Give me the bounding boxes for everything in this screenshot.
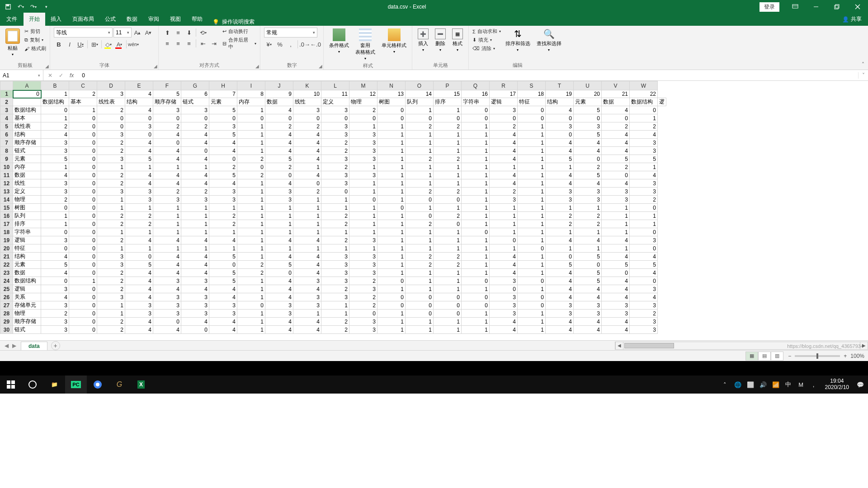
cell[interactable]: 4 [153, 131, 181, 139]
align-center-icon[interactable]: ≡ [173, 38, 183, 48]
cell[interactable]: 4 [41, 269, 69, 277]
borders-button[interactable]: ⊞▾ [90, 39, 99, 49]
tab-next-icon[interactable]: ▶ [12, 343, 16, 349]
cell[interactable]: 1 [237, 188, 265, 196]
cell[interactable]: 1 [97, 244, 125, 253]
cell[interactable]: 3 [321, 171, 349, 179]
cell[interactable]: 1 [237, 244, 265, 253]
cell[interactable]: 17 [490, 90, 518, 98]
cell[interactable]: 内存 [237, 98, 265, 106]
cell[interactable] [13, 98, 41, 106]
row-header[interactable]: 28 [0, 310, 13, 318]
cell[interactable]: 4 [265, 277, 293, 285]
cell[interactable]: 0 [630, 106, 658, 114]
cell[interactable]: 4 [602, 106, 630, 114]
cell[interactable]: 0 [265, 269, 293, 277]
tray-network-icon[interactable]: 📶 [772, 380, 780, 389]
cell[interactable]: 4 [125, 139, 153, 147]
cell[interactable]: 1 [377, 212, 406, 220]
normal-view-icon[interactable]: ▦ [745, 352, 758, 361]
cell[interactable]: 数据 [13, 269, 41, 277]
cell[interactable]: 2 [490, 122, 518, 131]
cell[interactable]: 2 [97, 326, 125, 334]
cell[interactable]: 0 [293, 179, 321, 188]
horizontal-scrollbar[interactable]: ◀ ▶ [615, 342, 868, 350]
cell[interactable]: 1 [69, 106, 97, 114]
cell[interactable]: 4 [153, 171, 181, 179]
cell[interactable]: 1 [265, 212, 293, 220]
cell[interactable]: 2 [69, 90, 97, 98]
cell[interactable]: 2 [237, 261, 265, 269]
cell[interactable]: 3 [546, 122, 574, 131]
wrap-text-button[interactable]: ↩自动换行 [222, 28, 256, 35]
cell[interactable]: 0 [518, 277, 546, 285]
cell[interactable]: 9 [265, 90, 293, 98]
cell[interactable]: 1 [490, 244, 518, 253]
cell[interactable]: 2 [490, 188, 518, 196]
select-all-corner[interactable] [0, 81, 13, 90]
ime-icon[interactable]: M [797, 380, 805, 389]
cell[interactable]: 1 [125, 204, 153, 212]
cancel-formula-icon[interactable]: ✕ [48, 72, 52, 79]
cell[interactable]: 结构 [546, 98, 574, 106]
cell[interactable]: 4 [293, 261, 321, 269]
cell[interactable]: 1 [153, 228, 181, 236]
cell[interactable]: 1 [237, 106, 265, 114]
row-header[interactable]: 30 [0, 326, 13, 334]
cell[interactable]: 2 [181, 122, 209, 131]
cell[interactable]: 1 [490, 220, 518, 228]
cell[interactable]: 0 [13, 90, 41, 98]
cell[interactable]: 物理 [13, 196, 41, 204]
cell[interactable]: 3 [153, 277, 181, 285]
cell[interactable]: 3 [41, 236, 69, 244]
cell[interactable]: 0 [237, 163, 265, 171]
cell[interactable]: 2 [574, 212, 602, 220]
cell[interactable]: 2 [321, 212, 349, 220]
cell[interactable]: 1 [434, 204, 462, 212]
col-header[interactable]: A [13, 81, 41, 90]
cell[interactable]: 关系 [13, 293, 41, 301]
cell[interactable]: 1 [518, 220, 546, 228]
cell[interactable]: 线性 [293, 98, 321, 106]
tab-layout[interactable]: 页面布局 [67, 13, 99, 26]
cell[interactable]: 4 [125, 106, 153, 114]
cell[interactable]: 3 [546, 301, 574, 310]
cell[interactable]: 3 [349, 139, 377, 147]
row-header[interactable]: 19 [0, 236, 13, 244]
cell[interactable]: 2 [349, 106, 377, 114]
cell[interactable]: 4 [181, 318, 209, 326]
cell[interactable]: 4 [153, 155, 181, 163]
cell[interactable]: 1 [237, 139, 265, 147]
cell[interactable]: 0 [69, 139, 97, 147]
delete-cells-button[interactable]: ➖删除▾ [433, 28, 448, 53]
cell[interactable]: 物理 [13, 310, 41, 318]
login-button[interactable]: 登录 [760, 2, 779, 12]
cell[interactable]: 1 [462, 253, 490, 261]
cell[interactable]: 1 [462, 155, 490, 163]
cell[interactable]: 4 [209, 285, 237, 293]
cell[interactable]: 1 [377, 179, 406, 188]
launcher-icon[interactable]: ◢ [45, 64, 49, 69]
cell[interactable]: 5 [546, 261, 574, 269]
cell[interactable]: 0 [377, 277, 406, 285]
cell[interactable]: 3 [321, 261, 349, 269]
cell[interactable]: 4 [490, 179, 518, 188]
cell[interactable]: 1 [237, 285, 265, 293]
cell[interactable]: 3 [602, 310, 630, 318]
cell[interactable]: 1 [377, 261, 406, 269]
insert-cells-button[interactable]: ➕插入▾ [416, 28, 430, 53]
col-header[interactable]: H [209, 81, 237, 90]
page-break-view-icon[interactable]: ▥ [771, 352, 783, 361]
cell[interactable]: 数据结构 [41, 98, 69, 106]
cell[interactable]: 4 [265, 131, 293, 139]
cell[interactable]: 1 [602, 212, 630, 220]
cell[interactable]: 1 [153, 244, 181, 253]
cell[interactable]: 1 [518, 310, 546, 318]
row-header[interactable]: 12 [0, 179, 13, 188]
cell[interactable]: 1 [546, 228, 574, 236]
cell[interactable]: 1 [293, 163, 321, 171]
cell[interactable]: 1 [321, 310, 349, 318]
cell[interactable]: 存储单元 [13, 301, 41, 310]
cell[interactable]: 顺序存储 [13, 318, 41, 326]
percent-icon[interactable]: % [275, 39, 285, 49]
